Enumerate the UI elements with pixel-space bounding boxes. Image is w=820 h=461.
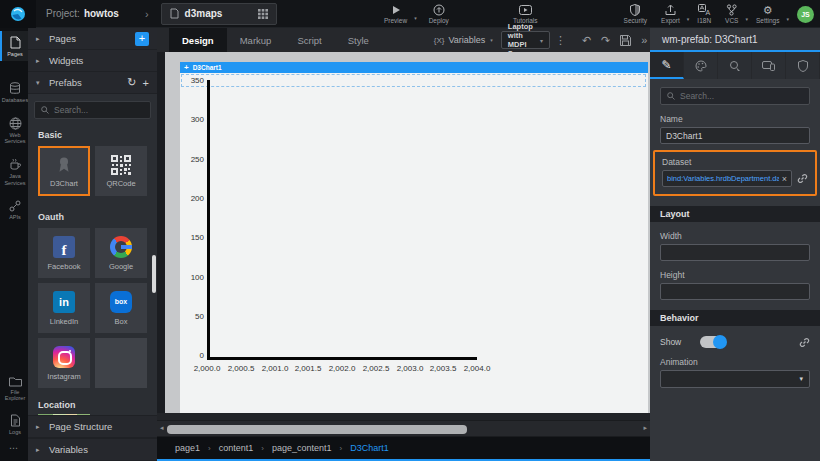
settings-label: Settings <box>756 17 780 24</box>
tutorials-button[interactable]: Tutorials <box>507 4 544 24</box>
preview-button[interactable]: Preview <box>378 4 413 24</box>
export-icon <box>665 4 676 16</box>
wavemaker-logo-icon <box>10 6 26 22</box>
dataset-field-input[interactable]: bind:Variables.hrdbDepartment.dataSe × <box>662 170 792 187</box>
y-tick-label: 100 <box>180 273 204 282</box>
empty-tile-cell <box>95 338 147 388</box>
breadcrumb-page1[interactable]: page1 <box>175 443 200 453</box>
translate-icon: A <box>698 4 711 16</box>
tab-design[interactable]: Design <box>169 28 227 52</box>
breadcrumb-content1[interactable]: content1 <box>219 443 254 453</box>
rail-item-apis[interactable]: APIs <box>0 195 28 224</box>
scroll-right-arrow[interactable]: ▸ <box>643 424 647 432</box>
tile-label: D3Chart <box>50 179 78 188</box>
vcs-button[interactable]: VCS <box>719 4 744 24</box>
redo-button[interactable]: ↷ <box>596 34 615 47</box>
accordion-prefabs[interactable]: ▾ Prefabs ↻ + <box>28 72 157 94</box>
bind-property-icon[interactable] <box>799 337 810 348</box>
move-icon[interactable]: + <box>184 64 189 72</box>
settings-button[interactable]: ⚙ Settings <box>750 4 786 24</box>
tab-markup[interactable]: Markup <box>227 28 285 52</box>
grid-icon[interactable] <box>258 9 268 19</box>
viewport-left-gutter <box>157 52 165 420</box>
accordion-variables[interactable]: ▸ Variables <box>28 438 157 461</box>
deploy-button[interactable]: Deploy <box>423 4 455 24</box>
save-button[interactable] <box>615 35 636 46</box>
variables-button[interactable]: {X} Variables ▾ <box>434 35 493 45</box>
app-logo[interactable] <box>0 0 36 28</box>
tab-style[interactable]: Style <box>335 28 382 52</box>
accordion-label: Pages <box>49 33 129 44</box>
user-avatar[interactable]: JS <box>797 6 814 23</box>
show-field-label: Show <box>660 337 700 347</box>
accordion-page-structure[interactable]: ▸ Page Structure <box>28 415 157 438</box>
canvas-toolbar: Design Markup Script Style {X} Variables… <box>157 28 650 52</box>
rail-item-java-services[interactable]: Java Services <box>0 153 28 190</box>
rail-item-logs[interactable]: Logs <box>0 409 28 439</box>
width-field-input[interactable] <box>660 244 810 261</box>
prefab-tile-box[interactable]: box Box <box>95 283 147 333</box>
show-property-row: Show <box>660 336 810 348</box>
accordion-widgets[interactable]: ▸ Widgets <box>28 50 157 72</box>
name-field-value: D3Chart1 <box>666 131 702 141</box>
show-toggle[interactable] <box>700 336 726 348</box>
video-icon <box>519 4 532 16</box>
rail-item-pages[interactable]: Pages <box>0 31 28 61</box>
export-button[interactable]: Export <box>655 4 686 24</box>
x-tick-label: 2,004.0 <box>464 364 491 373</box>
ribbon-icon <box>55 155 73 175</box>
behavior-section-header: Behavior <box>650 310 820 326</box>
prefab-search-input[interactable]: Search... <box>34 101 151 119</box>
canvas-area: Design Markup Script Style {X} Variables… <box>157 28 650 461</box>
tab-security[interactable] <box>786 52 820 79</box>
clear-binding-icon[interactable]: × <box>782 174 787 184</box>
tab-script[interactable]: Script <box>284 28 334 52</box>
rail-item-databases[interactable]: Databases <box>0 77 28 107</box>
page-tab-d3maps[interactable]: d3maps <box>161 3 277 25</box>
i18n-button[interactable]: A I18N <box>691 4 717 24</box>
google-icon <box>110 236 132 258</box>
animation-select[interactable]: ▾ <box>660 370 810 388</box>
artboard-page[interactable]: + D3Chart1 350 300 250 200 150 100 50 0 … <box>180 62 648 413</box>
left-panel-scrollbar-thumb[interactable] <box>152 255 156 293</box>
add-page-button[interactable]: + <box>135 32 149 46</box>
undo-button[interactable]: ↶ <box>577 34 596 47</box>
selected-widget-header[interactable]: + D3Chart1 <box>180 62 648 73</box>
prefab-tile-linkedin[interactable]: in LinkedIn <box>38 283 90 333</box>
security-button[interactable]: Security <box>618 4 653 24</box>
tab-events[interactable] <box>718 52 752 79</box>
pencil-icon: ✎ <box>661 58 671 72</box>
rail-item-web-services[interactable]: Web Services <box>0 112 28 149</box>
import-prefab-button[interactable]: + <box>143 77 149 89</box>
prefab-tile-d3chart[interactable]: D3Chart <box>38 146 90 196</box>
prefab-tile-facebook[interactable]: f Facebook <box>38 228 90 278</box>
tab-styles[interactable] <box>684 52 718 79</box>
tab-devices[interactable] <box>752 52 786 79</box>
name-field-input[interactable]: D3Chart1 <box>660 127 810 144</box>
scroll-left-arrow[interactable]: ◂ <box>160 424 164 432</box>
horizontal-scrollbar-thumb[interactable] <box>167 425 467 434</box>
rail-item-file-explorer[interactable]: File Explorer <box>0 371 28 406</box>
search-placeholder: Search... <box>54 105 88 115</box>
prefab-tile-qrcode[interactable]: QRCode <box>95 146 147 196</box>
properties-search-input[interactable]: Search... <box>660 87 810 105</box>
chevron-down-icon[interactable]: ▾ <box>786 16 789 22</box>
chevron-down-icon[interactable]: ▾ <box>687 16 690 22</box>
bind-property-icon[interactable] <box>797 173 808 184</box>
breadcrumb-page-content1[interactable]: page_content1 <box>272 443 332 453</box>
chevron-down-icon[interactable]: ▾ <box>745 16 748 22</box>
accordion-pages[interactable]: ▸ Pages + <box>28 28 157 50</box>
gear-icon: ⚙ <box>763 4 773 16</box>
height-field-input[interactable] <box>660 283 810 300</box>
horizontal-scrollbar[interactable]: ◂ ▸ <box>157 420 650 437</box>
more-options-icon[interactable]: ⋮ <box>550 34 571 47</box>
tab-properties[interactable]: ✎ <box>650 52 684 79</box>
chevron-down-icon[interactable]: ▾ <box>414 15 417 21</box>
rail-more-button[interactable]: ⋯ <box>0 439 28 461</box>
branch-icon <box>726 4 737 16</box>
device-selector[interactable]: Laptop with MDPI Screen ▾ <box>501 31 550 49</box>
breadcrumb-d3chart1[interactable]: D3Chart1 <box>350 443 389 453</box>
prefab-tile-google[interactable]: Google <box>95 228 147 278</box>
refresh-icon[interactable]: ↻ <box>127 76 136 89</box>
prefab-tile-instagram[interactable]: Instagram <box>38 338 90 388</box>
